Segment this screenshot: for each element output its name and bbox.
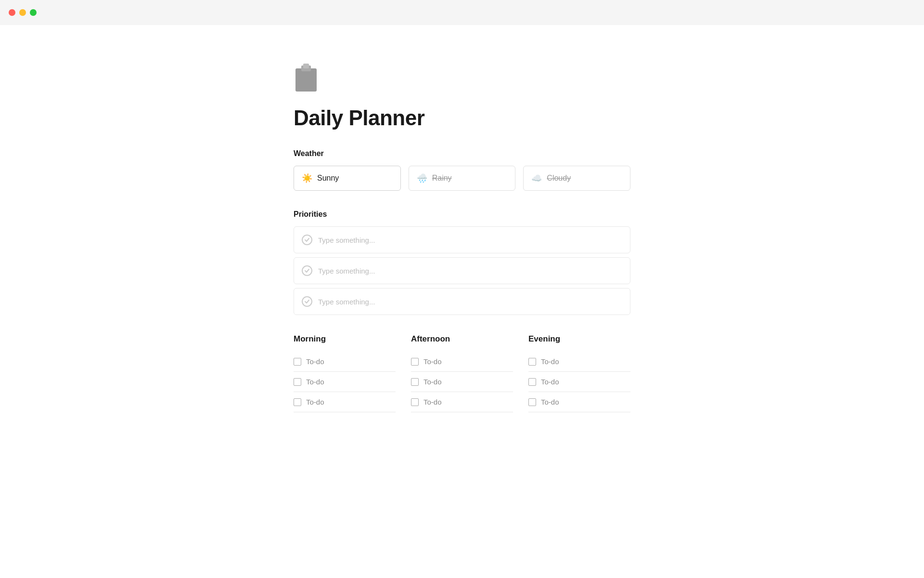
afternoon-checkbox-1[interactable] (411, 358, 419, 366)
evening-todo-3: To-do (528, 392, 630, 412)
schedule-column-evening: Evening To-do To-do To-do (528, 334, 630, 412)
priority-check-icon-3 (302, 296, 312, 307)
sunny-icon: ☀️ (302, 173, 312, 184)
evening-todo-2: To-do (528, 372, 630, 392)
evening-todo-1: To-do (528, 352, 630, 372)
evening-checkbox-2[interactable] (528, 378, 536, 386)
priority-check-icon-2 (302, 265, 312, 276)
weather-option-cloudy[interactable]: ☁️ Cloudy (523, 166, 630, 191)
schedule-section: Morning To-do To-do To-do (294, 334, 630, 412)
rainy-label: Rainy (432, 174, 452, 183)
cloudy-label: Cloudy (547, 174, 571, 183)
window-chrome (0, 0, 924, 25)
close-button[interactable] (9, 9, 15, 16)
afternoon-todo-2: To-do (411, 372, 513, 392)
evening-todo-label-3: To-do (541, 398, 559, 406)
afternoon-todo-1: To-do (411, 352, 513, 372)
morning-todo-2: To-do (294, 372, 396, 392)
priorities-section: Priorities (294, 210, 630, 315)
priority-item-3 (294, 288, 630, 315)
afternoon-checkbox-2[interactable] (411, 378, 419, 386)
priority-input-3[interactable] (318, 298, 622, 306)
morning-todo-label-2: To-do (306, 378, 324, 386)
priority-input-2[interactable] (318, 267, 622, 275)
morning-checkbox-2[interactable] (294, 378, 301, 386)
page-icon (294, 64, 630, 94)
weather-option-sunny[interactable]: ☀️ Sunny (294, 166, 401, 191)
morning-todo-label-3: To-do (306, 398, 324, 406)
priority-check-icon-1 (302, 235, 312, 245)
svg-rect-2 (303, 64, 309, 68)
maximize-button[interactable] (30, 9, 37, 16)
main-content: Daily Planner Weather ☀️ Sunny 🌧️ Rainy … (0, 0, 924, 480)
morning-title: Morning (294, 334, 396, 346)
morning-todo-1: To-do (294, 352, 396, 372)
morning-checkbox-1[interactable] (294, 358, 301, 366)
afternoon-todo-label-2: To-do (424, 378, 442, 386)
sunny-label: Sunny (317, 174, 339, 183)
weather-label: Weather (294, 149, 630, 158)
morning-todo-3: To-do (294, 392, 396, 412)
minimize-button[interactable] (19, 9, 26, 16)
weather-options: ☀️ Sunny 🌧️ Rainy ☁️ Cloudy (294, 166, 630, 191)
morning-checkbox-3[interactable] (294, 398, 301, 406)
rainy-icon: 🌧️ (417, 173, 427, 184)
weather-option-rainy[interactable]: 🌧️ Rainy (409, 166, 516, 191)
cloudy-icon: ☁️ (531, 173, 542, 184)
priority-item-2 (294, 257, 630, 284)
afternoon-todo-label-1: To-do (424, 357, 442, 366)
evening-checkbox-1[interactable] (528, 358, 536, 366)
schedule-grid: Morning To-do To-do To-do (294, 334, 630, 412)
afternoon-todo-label-3: To-do (424, 398, 442, 406)
evening-todo-label-1: To-do (541, 357, 559, 366)
weather-section: Weather ☀️ Sunny 🌧️ Rainy ☁️ Cloudy (294, 149, 630, 191)
afternoon-todo-3: To-do (411, 392, 513, 412)
evening-title: Evening (528, 334, 630, 346)
priority-item-1 (294, 226, 630, 253)
page-title: Daily Planner (294, 106, 630, 130)
svg-rect-0 (295, 68, 317, 92)
schedule-column-afternoon: Afternoon To-do To-do To-do (411, 334, 513, 412)
morning-todo-label-1: To-do (306, 357, 324, 366)
evening-todo-label-2: To-do (541, 378, 559, 386)
clipboard-icon (294, 64, 319, 92)
priorities-label: Priorities (294, 210, 630, 219)
priority-input-1[interactable] (318, 236, 622, 244)
schedule-column-morning: Morning To-do To-do To-do (294, 334, 396, 412)
evening-checkbox-3[interactable] (528, 398, 536, 406)
afternoon-checkbox-3[interactable] (411, 398, 419, 406)
afternoon-title: Afternoon (411, 334, 513, 346)
page-container: Daily Planner Weather ☀️ Sunny 🌧️ Rainy … (294, 25, 630, 480)
